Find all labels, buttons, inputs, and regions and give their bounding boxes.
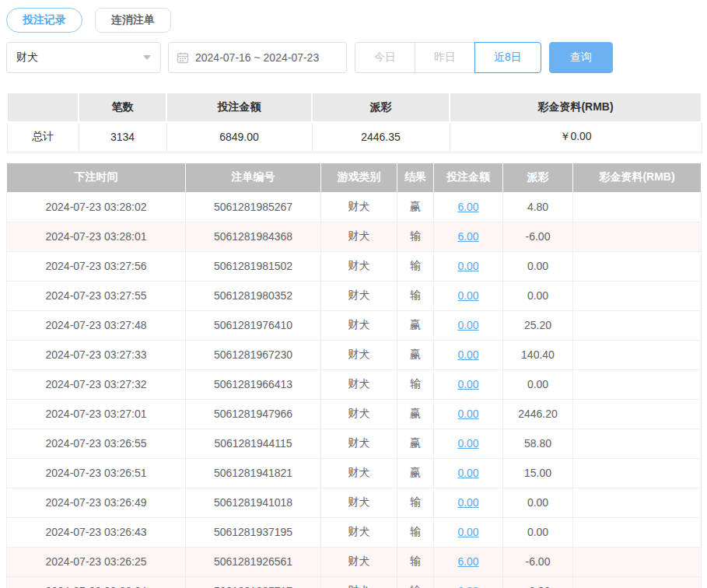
cell-bonus (573, 399, 702, 429)
summary-header-row: 笔数 投注金额 派彩 彩金资料(RMB) (7, 93, 702, 122)
cell-bet-amount: 0.00 (434, 281, 503, 310)
cell-bonus (573, 369, 702, 399)
cell-bet-amount: 0.00 (434, 488, 503, 517)
bet-amount-link[interactable]: 0.00 (457, 408, 478, 420)
cell-order-id: 5061281944115 (186, 429, 321, 458)
cell-game-type: 财犬 (321, 576, 397, 588)
summary-header-bonus: 彩金资料(RMB) (450, 93, 702, 122)
bet-amount-link[interactable]: 0.00 (457, 496, 478, 509)
summary-total-bet-amount: 6849.00 (166, 122, 312, 152)
cell-order-id: 5061281925717 (186, 576, 321, 588)
cell-bet-amount: 0.00 (434, 340, 503, 369)
table-row: 2024-07-23 03:26:435061281937195财犬输0.000… (7, 517, 702, 547)
cell-bet-time: 2024-07-23 03:27:32 (7, 369, 186, 399)
game-select[interactable]: 财犬 (6, 42, 161, 73)
cell-bonus (573, 222, 702, 251)
summary-total-row: 总计 3134 6849.00 2446.35 ￥0.00 (7, 122, 702, 152)
cell-bet-amount: 0.00 (434, 399, 503, 429)
cell-bet-time: 2024-07-23 03:26:51 (7, 458, 186, 488)
cell-order-id: 5061281985267 (186, 192, 321, 222)
cell-bet-amount: 0.00 (434, 310, 503, 340)
cell-bet-time: 2024-07-23 03:26:55 (7, 429, 186, 458)
cell-bonus (573, 547, 702, 576)
cell-payout: -6.00 (503, 576, 573, 588)
cell-payout: 0.00 (503, 369, 573, 399)
cell-order-id: 5061281966413 (186, 369, 321, 399)
cell-bet-amount: 6.00 (434, 222, 503, 251)
game-select-value: 财犬 (16, 51, 143, 65)
top-tabs: 投注记录 连消注单 (6, 8, 701, 33)
table-row: 2024-07-23 03:26:495061281941018财犬输0.000… (7, 488, 702, 517)
cell-order-id: 5061281980352 (186, 281, 321, 310)
cell-bet-amount: 0.00 (434, 251, 503, 281)
column-header-result: 结果 (397, 163, 434, 192)
summary-total-label: 总计 (7, 122, 79, 152)
cell-result: 输 (397, 222, 434, 251)
bet-amount-link[interactable]: 0.00 (457, 319, 478, 331)
cell-bonus (573, 488, 702, 517)
cell-payout: -6.00 (503, 547, 573, 576)
table-row: 2024-07-23 03:27:325061281966413财犬输0.000… (7, 369, 702, 399)
table-row: 2024-07-23 03:26:255061281926561财犬输6.00-… (7, 547, 702, 576)
cell-game-type: 财犬 (321, 310, 397, 340)
cell-bet-time: 2024-07-23 03:27:55 (7, 281, 186, 310)
query-button[interactable]: 查询 (549, 42, 613, 73)
column-header-bonus: 彩金资料(RMB) (573, 163, 702, 192)
table-row: 2024-07-23 03:27:015061281947966财犬赢0.002… (7, 399, 702, 429)
cell-bonus (573, 192, 702, 222)
cell-bonus (573, 517, 702, 547)
cell-bet-time: 2024-07-23 03:27:01 (7, 399, 186, 429)
bet-amount-link[interactable]: 0.00 (457, 526, 478, 538)
summary-header-bet-amount: 投注金额 (166, 93, 312, 122)
date-range-value: 2024-07-16 ~ 2024-07-23 (195, 51, 319, 64)
yesterday-button[interactable]: 昨日 (415, 42, 475, 73)
bet-amount-link[interactable]: 0.00 (457, 289, 478, 302)
tab-chained-cancelled-orders[interactable]: 连消注单 (95, 8, 171, 33)
cell-result: 输 (397, 517, 434, 547)
bet-amount-link[interactable]: 6.00 (457, 555, 478, 568)
summary-header-empty (7, 93, 79, 122)
betting-records-page: 投注记录 连消注单 财犬 2024-07 (0, 0, 707, 588)
cell-bonus (573, 281, 702, 310)
bet-amount-link[interactable]: 0.00 (457, 437, 478, 450)
last-8-days-button[interactable]: 近8日 (474, 42, 541, 73)
cell-result: 赢 (397, 192, 434, 222)
bet-amount-link[interactable]: 6.00 (457, 201, 478, 213)
column-header-game-type: 游戏类别 (321, 163, 397, 192)
cell-game-type: 财犬 (321, 399, 397, 429)
bet-amount-link[interactable]: 0.00 (457, 348, 478, 361)
cell-game-type: 财犬 (321, 192, 397, 222)
cell-payout: 4.80 (503, 192, 573, 222)
cell-payout: 2446.20 (503, 399, 573, 429)
cell-payout: 15.00 (503, 458, 573, 488)
cell-result: 赢 (397, 399, 434, 429)
summary-table: 笔数 投注金额 派彩 彩金资料(RMB) 总计 3134 6849.00 244… (6, 92, 702, 152)
tab-betting-records[interactable]: 投注记录 (6, 8, 82, 33)
bet-amount-link[interactable]: 0.00 (457, 467, 478, 479)
cell-result: 输 (397, 576, 434, 588)
cell-game-type: 财犬 (321, 517, 397, 547)
table-row: 2024-07-23 03:27:555061281980352财犬输0.000… (7, 281, 702, 310)
bet-amount-link[interactable]: 0.00 (457, 260, 478, 272)
date-range-picker[interactable]: 2024-07-16 ~ 2024-07-23 (168, 42, 347, 73)
bet-amount-link[interactable]: 6.00 (457, 585, 478, 588)
cell-payout: 25.20 (503, 310, 573, 340)
cell-bet-amount: 6.00 (434, 192, 503, 222)
cell-order-id: 5061281947966 (186, 399, 321, 429)
cell-game-type: 财犬 (321, 222, 397, 251)
cell-game-type: 财犬 (321, 340, 397, 369)
cell-bet-time: 2024-07-23 03:27:48 (7, 310, 186, 340)
table-row: 2024-07-23 03:28:025061281985267财犬赢6.004… (7, 192, 702, 222)
bet-amount-link[interactable]: 0.00 (457, 378, 478, 390)
cell-game-type: 财犬 (321, 547, 397, 576)
cell-order-id: 5061281941018 (186, 488, 321, 517)
cell-order-id: 5061281941821 (186, 458, 321, 488)
cell-bet-time: 2024-07-23 03:27:33 (7, 340, 186, 369)
table-row: 2024-07-23 03:26:515061281941821财犬赢0.001… (7, 458, 702, 488)
today-button[interactable]: 今日 (355, 42, 415, 73)
summary-total-bonus: ￥0.00 (450, 122, 702, 152)
cell-bet-amount: 6.00 (434, 547, 503, 576)
cell-order-id: 5061281926561 (186, 547, 321, 576)
bet-amount-link[interactable]: 6.00 (457, 230, 478, 243)
summary-header-count: 笔数 (79, 93, 166, 122)
